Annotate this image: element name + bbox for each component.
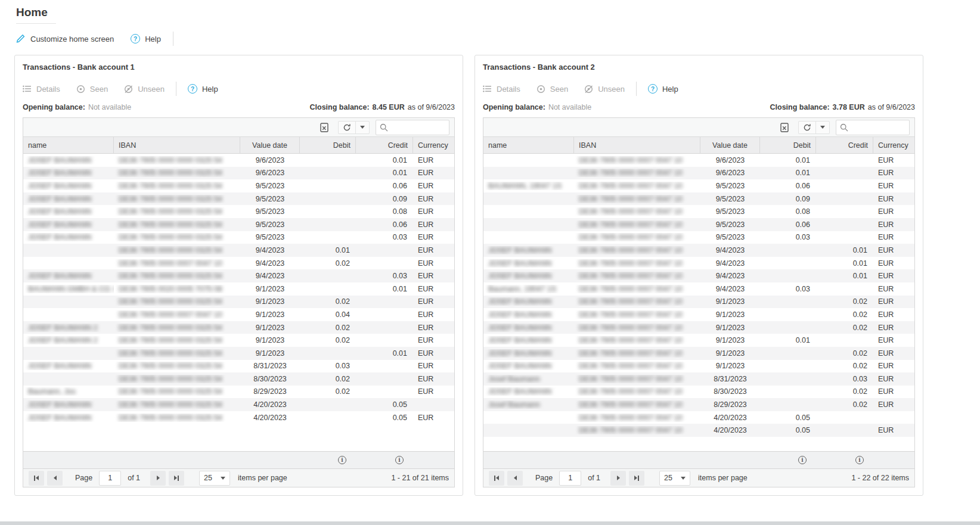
- table-row[interactable]: JOSEF BAUMANN 2DE36 7905 0000 0000 0325 …: [23, 321, 454, 334]
- column-header-value-date[interactable]: Value date: [700, 137, 760, 153]
- column-header-currency[interactable]: Currency: [873, 137, 914, 153]
- column-header-value-date[interactable]: Value date: [240, 137, 300, 153]
- page-number-input[interactable]: [559, 471, 581, 486]
- table-row[interactable]: JOSEF BAUMANNDE36 7905 0000 0000 0325 54…: [23, 269, 454, 282]
- debit-sum-info-icon[interactable]: [798, 456, 807, 464]
- table-row[interactable]: DE36 7905 0000 0007 0047 109/6/20230.01E…: [483, 167, 914, 180]
- seen-button[interactable]: Seen: [536, 85, 568, 94]
- column-header-iban[interactable]: IBAN: [574, 137, 700, 153]
- unseen-button[interactable]: Unseen: [584, 85, 625, 94]
- last-page-button[interactable]: [169, 471, 184, 486]
- details-button[interactable]: Details: [483, 85, 520, 94]
- table-row[interactable]: DE36 7905 0000 0007 0047 109/5/20230.08E…: [483, 205, 914, 218]
- first-page-button[interactable]: [29, 471, 44, 486]
- column-header-name[interactable]: name: [483, 137, 574, 153]
- table-row[interactable]: JOSEF BAUMANNDE36 7905 0000 0000 0325 54…: [23, 167, 454, 180]
- cell-cur: EUR: [873, 246, 914, 254]
- table-row[interactable]: JOSEF BAUMANNDE36 7905 0000 0007 0047 10…: [483, 269, 914, 282]
- table-row[interactable]: DE36 7905 0000 0007 0047 109/5/20230.06E…: [483, 218, 914, 231]
- table-row[interactable]: BAUMANN GMBH & CO. KGDE36 7905 0020 0005…: [23, 282, 454, 296]
- column-header-debit[interactable]: Debit: [760, 137, 816, 153]
- refresh-button[interactable]: [799, 122, 815, 133]
- transactions-panel-2: Transactions - Bank account 2 Details Se…: [475, 55, 923, 496]
- cell-date: 9/5/2023: [700, 207, 760, 216]
- credit-sum-info-icon[interactable]: [855, 456, 864, 464]
- table-row[interactable]: DE36 7905 0000 0007 0047 109/1/20230.04E…: [23, 308, 454, 321]
- table-row[interactable]: JOSEF BAUMANNDE36 7905 0000 0000 0325 54…: [23, 192, 454, 206]
- refresh-options-button[interactable]: [355, 122, 369, 133]
- table-row[interactable]: JOSEF BAUMANNDE36 7905 0000 0000 0325 54…: [23, 218, 454, 231]
- table-row[interactable]: BAUMANN, 19047 1SDE36 7905 0000 0007 004…: [483, 179, 914, 192]
- table-row[interactable]: Josef BaumannDE36 7905 0000 0007 0047 10…: [483, 398, 914, 411]
- table-row[interactable]: DE36 7905 0000 0007 0047 104/20/20230.05: [483, 411, 914, 424]
- table-row[interactable]: JOSEF BAUMANNDE36 7905 0000 0000 0325 54…: [23, 398, 454, 411]
- refresh-button[interactable]: [339, 122, 355, 133]
- table-row[interactable]: JOSEF BAUMANNDE36 7905 0000 0007 0047 10…: [483, 244, 914, 257]
- table-row[interactable]: Baumann, 19047 1SDE36 7905 0000 0007 004…: [483, 282, 914, 296]
- table-row[interactable]: JOSEF BAUMANNDE36 7905 0000 0007 0047 10…: [483, 334, 914, 347]
- export-excel-button[interactable]: [317, 122, 332, 133]
- column-header-name[interactable]: name: [23, 137, 114, 153]
- table-row[interactable]: JOSEF BAUMANNDE36 7905 0000 0007 0047 10…: [483, 308, 914, 321]
- search-icon: [380, 123, 388, 132]
- refresh-options-button[interactable]: [815, 122, 829, 133]
- cell-iban: DE36 7905 0000 0000 0325 54: [114, 246, 240, 254]
- table-row[interactable]: JOSEF BAUMANNDE36 7905 0000 0000 0325 54…: [23, 411, 454, 424]
- table-row[interactable]: DE36 7905 0000 0000 0325 548/30/20230.02…: [23, 372, 454, 386]
- next-page-button[interactable]: [610, 471, 626, 486]
- table-row[interactable]: DE36 7905 0000 0007 0047 109/5/20230.09E…: [483, 192, 914, 206]
- cell-name: JOSEF BAUMANN: [483, 259, 574, 268]
- cell-credit: 0.02: [816, 297, 873, 306]
- first-page-button[interactable]: [489, 471, 504, 486]
- credit-sum-info-icon[interactable]: [395, 456, 404, 464]
- table-row[interactable]: JOSEF BAUMANNDE36 7905 0000 0000 0325 54…: [23, 231, 454, 244]
- seen-label: Seen: [550, 85, 568, 94]
- table-row[interactable]: JOSEF BAUMANNDE36 7905 0000 0007 0047 10…: [483, 347, 914, 360]
- page-help-button[interactable]: Help: [131, 34, 161, 44]
- table-row[interactable]: JOSEF BAUMANNDE36 7905 0000 0007 0047 10…: [483, 257, 914, 270]
- customize-home-screen-button[interactable]: Customize home screen: [16, 34, 114, 44]
- table-row[interactable]: DE36 7905 0000 0000 0325 549/1/20230.01E…: [23, 347, 454, 360]
- table-row[interactable]: JOSEF BAUMANNDE36 7905 0000 0007 0047 10…: [483, 360, 914, 373]
- page-size-select[interactable]: 25: [199, 471, 230, 486]
- table-row[interactable]: DE36 7905 0000 0007 0047 109/4/20230.02E…: [23, 257, 454, 270]
- table-row[interactable]: JOSEF BAUMANNDE36 7905 0000 0000 0325 54…: [23, 154, 454, 167]
- prev-page-button[interactable]: [47, 471, 63, 486]
- table-row[interactable]: JOSEF BAUMANNDE36 7905 0000 0007 0047 10…: [483, 296, 914, 309]
- search-input[interactable]: [390, 123, 445, 132]
- table-row[interactable]: DE36 7905 0000 0000 0325 549/4/20230.01E…: [23, 244, 454, 257]
- table-row[interactable]: Josef BaumannDE36 7905 0000 0007 0047 10…: [483, 372, 914, 386]
- table-row[interactable]: JOSEF BAUMANNDE36 7905 0000 0000 0325 54…: [23, 205, 454, 218]
- details-button[interactable]: Details: [23, 85, 60, 94]
- table-row[interactable]: JOSEF BAUMANNDE36 7905 0000 0000 0325 54…: [23, 179, 454, 192]
- column-header-credit[interactable]: Credit: [816, 137, 873, 153]
- last-page-button[interactable]: [629, 471, 644, 486]
- cell-iban: DE36 7905 0000 0007 0047 10: [574, 182, 700, 190]
- export-excel-button[interactable]: [777, 122, 792, 133]
- column-header-credit[interactable]: Credit: [356, 137, 413, 153]
- page-size-select[interactable]: 25: [659, 471, 690, 486]
- table-row[interactable]: Baumann, JosDE36 7905 0000 0000 0325 548…: [23, 386, 454, 399]
- table-row[interactable]: DE36 7905 0000 0007 0047 104/20/20230.05…: [483, 424, 914, 437]
- table-row[interactable]: DE36 7905 0000 0007 0047 109/6/20230.01E…: [483, 154, 914, 167]
- prev-page-button[interactable]: [507, 471, 523, 486]
- column-header-currency[interactable]: Currency: [413, 137, 454, 153]
- column-header-iban[interactable]: IBAN: [114, 137, 240, 153]
- refresh-icon: [343, 123, 351, 132]
- table-row[interactable]: DE36 7905 0000 0007 0047 109/5/20230.03E…: [483, 231, 914, 244]
- table-row[interactable]: JOSEF BAUMANNDE36 7905 0000 0000 0325 54…: [23, 360, 454, 373]
- table-row[interactable]: DE36 7905 0000 0000 0325 549/1/20230.02E…: [23, 296, 454, 309]
- seen-button[interactable]: Seen: [76, 85, 108, 94]
- panel-help-button[interactable]: Help: [188, 84, 218, 94]
- panel-help-button[interactable]: Help: [648, 84, 678, 94]
- debit-sum-info-icon[interactable]: [338, 456, 346, 464]
- search-input[interactable]: [851, 123, 905, 132]
- table-row[interactable]: JOSEF BAUMANNDE36 7905 0000 0007 0047 10…: [483, 386, 914, 399]
- page-number-input[interactable]: [99, 471, 121, 486]
- table-row[interactable]: JOSEF BAUMANN 2DE36 7905 0000 0000 0325 …: [23, 334, 454, 347]
- unseen-button[interactable]: Unseen: [124, 85, 165, 94]
- next-page-button[interactable]: [150, 471, 166, 486]
- toolbar-divider: [636, 82, 637, 96]
- table-row[interactable]: JOSEF BAUMANNDE36 7905 0000 0007 0047 10…: [483, 321, 914, 334]
- column-header-debit[interactable]: Debit: [300, 137, 356, 153]
